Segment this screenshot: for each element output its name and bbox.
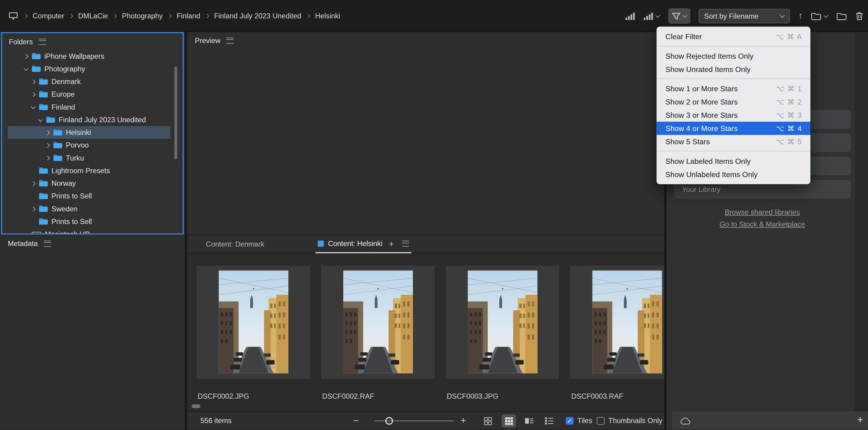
content-item[interactable]: DSCF0003.RAF: [570, 266, 664, 400]
filter-menu-item[interactable]: Show Rejected Items Only: [656, 49, 810, 62]
folder-icon: [39, 78, 48, 85]
folder-name: Prints to Sell: [52, 192, 92, 200]
content-item[interactable]: DSCF0002.JPG: [196, 266, 310, 400]
folder-tree-item[interactable]: Porvoo: [8, 139, 170, 152]
panel-menu-icon[interactable]: [39, 38, 46, 44]
breadcrumb-label: Helsinki: [315, 12, 340, 20]
folder-tree-item[interactable]: Finland: [8, 101, 170, 113]
folder-expand-chevron[interactable]: [24, 54, 28, 58]
view-thumbnails-button[interactable]: [501, 414, 516, 428]
folder-tree-item[interactable]: Norway: [8, 177, 170, 190]
filter-menu-item[interactable]: Show 2 or More Stars ⌥ ⌘ 2: [656, 95, 810, 108]
breadcrumb-item[interactable]: Helsinki: [306, 12, 340, 20]
tab-content-denmark[interactable]: Content: Denmark: [204, 235, 267, 253]
breadcrumb-item[interactable]: Photography: [113, 12, 163, 20]
folder-expand-chevron[interactable]: [31, 79, 36, 84]
view-grid-lock-button[interactable]: [480, 414, 495, 428]
library-links: Browse shared libraries Go to Stock & Ma…: [666, 208, 858, 232]
breadcrumb-item[interactable]: DMLaCie: [69, 12, 108, 20]
go-to-stock-marketplace-link[interactable]: Go to Stock & Marketplace: [666, 220, 858, 229]
breadcrumb-item[interactable]: Finland: [168, 12, 200, 20]
filter-menu-item[interactable]: Show 4 or More Stars ⌥ ⌘ 4: [656, 122, 810, 135]
thumbnail-card[interactable]: [570, 266, 664, 379]
filter-button[interactable]: [668, 8, 690, 24]
folder-tree-item[interactable]: Photography: [8, 63, 170, 75]
tab-content-helsinki[interactable]: Content: Helsinki +: [315, 235, 411, 253]
filter-menu-item[interactable]: Show 5 Stars ⌥ ⌘ 5: [656, 135, 810, 148]
content-item[interactable]: DSCF0003.JPG: [446, 266, 559, 400]
folder-expand-chevron[interactable]: [45, 130, 50, 135]
filter-menu-item[interactable]: Show 3 or More Stars ⌥ ⌘ 3: [656, 108, 810, 122]
tiles-checkbox[interactable]: ✓: [566, 417, 574, 425]
filter-menu-item[interactable]: Show Labeled Items Only: [656, 154, 810, 167]
folder-tree-item[interactable]: Turku: [8, 152, 170, 164]
panel-menu-icon[interactable]: [227, 37, 234, 43]
breadcrumb-item[interactable]: Computer: [24, 12, 64, 20]
filter-menu-item[interactable]: Show Unlabeled Items Only: [656, 168, 810, 181]
breadcrumb-label: DMLaCie: [78, 12, 108, 20]
folder-tree-item[interactable]: Europe: [8, 88, 170, 101]
add-tab-icon[interactable]: +: [389, 239, 394, 248]
tab-label: Content: Helsinki: [328, 239, 382, 247]
folder-expand-chevron[interactable]: [45, 143, 50, 147]
preview-quality-menu-icon[interactable]: [643, 12, 660, 20]
panel-menu-icon[interactable]: [44, 240, 51, 246]
folder-expand-chevron[interactable]: [31, 105, 36, 109]
browse-shared-libraries-link[interactable]: Browse shared libraries: [666, 208, 858, 217]
folder-tree-item[interactable]: Lightroom Presets: [8, 164, 170, 177]
thumbnail-quality-icon[interactable]: [625, 12, 635, 20]
filter-menu-item[interactable]: Show 1 or More Stars ⌥ ⌘ 1: [656, 82, 810, 95]
filter-menu-item[interactable]: [656, 46, 810, 46]
folder-tree-item[interactable]: iPhone Wallpapers: [8, 50, 170, 62]
folder-name: Prints to Sell: [52, 218, 92, 226]
view-list-button[interactable]: [542, 414, 556, 428]
view-details-button[interactable]: [522, 414, 536, 428]
thumbnails-only-checkbox[interactable]: [597, 417, 604, 425]
chevron-right-icon: [205, 14, 209, 18]
slider-thumb[interactable]: [385, 417, 393, 425]
folders-scrollbar[interactable]: [175, 66, 177, 159]
folders-panel-header: Folders: [2, 33, 183, 50]
tab-menu-icon[interactable]: [402, 241, 409, 246]
filter-menu-item[interactable]: [656, 78, 810, 79]
funnel-icon: [672, 12, 681, 20]
filter-menu-item[interactable]: Clear Filter ⌥ ⌘ A: [656, 30, 810, 43]
folder-tree-item[interactable]: Helsinki: [8, 126, 170, 139]
filter-dropdown-menu: Clear Filter ⌥ ⌘ A Show Rejected Items O…: [656, 27, 810, 184]
zoom-out-button[interactable]: −: [353, 412, 359, 430]
tab-label: Content: Denmark: [206, 240, 264, 248]
folder-tree-item[interactable]: Macintosh HD: [8, 228, 170, 233]
folder-expand-chevron[interactable]: [31, 181, 36, 186]
folder-tree-item[interactable]: Finland July 2023 Unedited: [8, 113, 170, 126]
thumbnail-filename: DSCF0003.RAF: [570, 392, 664, 400]
thumbnail-card[interactable]: [321, 266, 435, 379]
thumbnail-card[interactable]: [196, 266, 310, 379]
chevron-right-icon: [113, 14, 117, 18]
delete-trash-button[interactable]: [855, 12, 864, 21]
folder-expand-chevron[interactable]: [38, 118, 43, 122]
folder-sync-menu-icon[interactable]: [811, 12, 828, 20]
new-folder-button[interactable]: [836, 12, 847, 20]
folder-icon: [46, 116, 55, 124]
cloud-sync-icon[interactable]: [680, 417, 691, 425]
zoom-in-button[interactable]: +: [461, 412, 466, 430]
folder-tree-item[interactable]: Sweden: [8, 202, 170, 215]
folder-expand-chevron[interactable]: [45, 156, 50, 160]
horizontal-scrollbar[interactable]: [192, 404, 200, 408]
folder-expand-chevron[interactable]: [31, 206, 36, 211]
content-item[interactable]: DSCF0002.RAF: [321, 266, 435, 400]
filter-menu-item[interactable]: Show Unrated Items Only: [656, 63, 810, 76]
folder-expand-chevron[interactable]: [24, 67, 28, 71]
folder-tree-item[interactable]: Prints to Sell: [8, 190, 170, 202]
photo-helsinki-street: [467, 270, 537, 373]
folder-tree-item[interactable]: Prints to Sell: [8, 215, 170, 228]
breadcrumb-item[interactable]: Finland July 2023 Unedited: [205, 12, 301, 20]
filter-menu-item[interactable]: [656, 151, 810, 152]
thumbnail-card[interactable]: [446, 266, 559, 379]
computer-icon: [9, 12, 18, 20]
sort-dropdown[interactable]: Sort by Filename: [699, 9, 790, 23]
folder-tree-item[interactable]: Denmark: [8, 75, 170, 88]
sort-direction-button[interactable]: ↑: [798, 12, 803, 21]
add-library-button[interactable]: +: [857, 415, 863, 425]
folder-expand-chevron[interactable]: [31, 92, 36, 97]
